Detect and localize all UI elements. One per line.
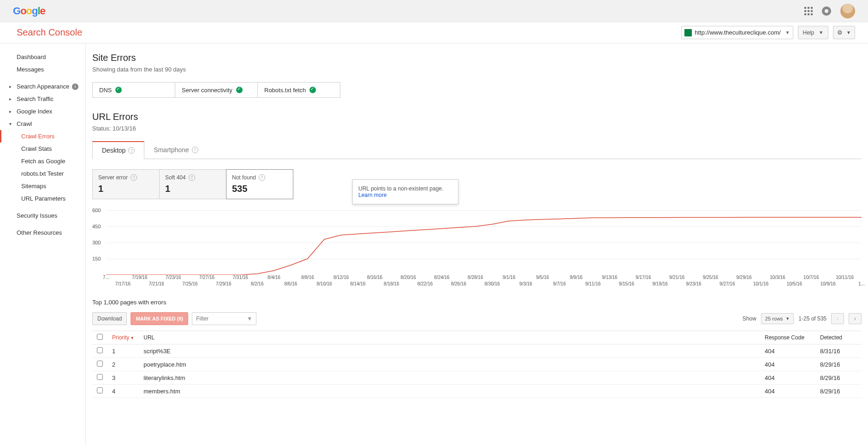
tab-desktop[interactable]: Desktop ? [92, 141, 144, 159]
row-checkbox[interactable] [97, 387, 103, 393]
x-tick: 8/22/16 [417, 281, 433, 286]
cell-url: literarylinks.htm [139, 371, 760, 385]
x-tick: 10/11/16 [836, 275, 854, 280]
sidebar-label: Search Appearance [17, 83, 69, 90]
x-tick: 7/19/16 [132, 275, 147, 280]
sidebar-item-other-resources[interactable]: Other Resources [0, 226, 85, 239]
sidebar-item-robots-tester[interactable]: robots.txt Tester [0, 167, 85, 180]
metric-server-error[interactable]: Server error? 1 [92, 169, 160, 199]
col-priority[interactable]: Priority▼ [107, 331, 139, 344]
row-checkbox[interactable] [97, 347, 103, 353]
mark-fixed-button[interactable]: MARK AS FIXED (0) [131, 312, 188, 325]
col-url[interactable]: URL [139, 331, 760, 344]
col-detected[interactable]: Detected [815, 331, 862, 344]
row-checkbox[interactable] [97, 361, 103, 367]
x-tick: 8/14/16 [350, 281, 365, 286]
x-tick: 8/16/16 [367, 275, 382, 280]
cell-url: script%3E [139, 344, 760, 358]
table-row[interactable]: 1script%3E4048/31/16 [92, 344, 862, 358]
x-tick: 8/30/16 [485, 281, 500, 286]
table-row[interactable]: 2poetryplace.htm4048/29/16 [92, 358, 862, 371]
url-errors-title: URL Errors [92, 112, 868, 122]
avatar[interactable] [840, 4, 855, 18]
cell-priority: 3 [107, 371, 139, 385]
show-label: Show [743, 315, 756, 322]
table-row[interactable]: 3literarylinks.htm4048/29/16 [92, 371, 862, 385]
help-button[interactable]: Help ▼ [798, 26, 829, 39]
prev-page-button[interactable]: ‹ [831, 313, 844, 324]
filter-box[interactable]: ▼ [192, 312, 256, 325]
help-icon[interactable]: ? [189, 174, 195, 181]
cell-url: members.htm [139, 385, 760, 398]
row-checkbox[interactable] [97, 374, 103, 380]
metric-label: Server error [98, 174, 128, 181]
x-tick: 9/7/16 [553, 281, 566, 286]
help-icon[interactable]: ? [259, 174, 265, 181]
status-label: Server connectivity [182, 87, 232, 94]
check-icon [236, 87, 243, 93]
cell-detected: 8/29/16 [815, 371, 862, 385]
x-tick: 9/17/16 [636, 275, 651, 280]
status-robots[interactable]: Robots.txt fetch [257, 82, 340, 98]
rows-label: 25 rows [765, 316, 783, 321]
sidebar-item-crawl-errors[interactable]: Crawl Errors [0, 130, 85, 142]
settings-button[interactable]: ⚙ ▼ [833, 26, 855, 39]
table-row[interactable]: 4members.htm4048/29/16 [92, 385, 862, 398]
sidebar-item-messages[interactable]: Messages [0, 63, 85, 76]
metric-value: 535 [232, 184, 287, 194]
help-icon[interactable]: ? [131, 174, 137, 181]
sidebar-item-security-issues[interactable]: Security Issues [0, 209, 85, 222]
next-page-button[interactable]: › [849, 313, 862, 324]
sidebar-item-fetch-as-google[interactable]: Fetch as Google [0, 155, 85, 167]
sidebar-item-crawl[interactable]: ▾ Crawl [0, 118, 85, 130]
learn-more-link[interactable]: Learn more [358, 192, 386, 198]
chevron-right-icon: ▸ [9, 84, 15, 89]
sidebar-item-crawl-stats[interactable]: Crawl Stats [0, 142, 85, 155]
sidebar-item-search-traffic[interactable]: ▸ Search Traffic [0, 93, 85, 105]
cell-response: 404 [760, 344, 815, 358]
chevron-down-icon: ▾ [9, 121, 15, 126]
y-tick: 300 [92, 240, 101, 245]
metric-value: 1 [98, 184, 154, 194]
apps-icon[interactable] [804, 7, 813, 15]
status-dns[interactable]: DNS [92, 82, 175, 98]
sidebar-item-search-appearance[interactable]: ▸ Search Appearance i [0, 80, 85, 93]
help-icon[interactable]: ? [128, 147, 135, 154]
info-icon[interactable]: i [72, 83, 78, 90]
sidebar-item-url-parameters[interactable]: URL Parameters [0, 192, 85, 205]
y-tick: 450 [92, 224, 101, 229]
help-label: Help [803, 30, 814, 36]
filter-input[interactable] [196, 315, 247, 322]
x-tick: 9/13/16 [602, 275, 617, 280]
x-tick: 8/4/16 [268, 275, 280, 280]
sidebar-item-sitemaps[interactable]: Sitemaps [0, 180, 85, 192]
help-icon[interactable]: ? [192, 147, 198, 153]
sidebar-item-google-index[interactable]: ▸ Google Index [0, 105, 85, 118]
metric-tooltip: URL points to a non-existent page. Learn… [352, 179, 458, 204]
sidebar: Dashboard Messages ▸ Search Appearance i… [0, 43, 86, 445]
device-tabs: Desktop ? Smartphone ? [92, 141, 862, 159]
chart: 150300450600 7...7/19/167/23/167/27/167/… [92, 210, 862, 290]
sidebar-item-dashboard[interactable]: Dashboard [0, 51, 85, 63]
chevron-right-icon: ▸ [9, 96, 15, 101]
x-tick: 9/15/16 [619, 281, 634, 286]
col-response[interactable]: Response Code [760, 331, 815, 344]
chevron-right-icon: ▸ [9, 109, 15, 114]
tab-smartphone[interactable]: Smartphone ? [144, 141, 207, 159]
x-tick: 9/9/16 [570, 275, 583, 280]
metric-soft-404[interactable]: Soft 404? 1 [159, 169, 226, 199]
notifications-icon[interactable] [822, 6, 831, 16]
table-controls: Download MARK AS FIXED (0) ▼ Show 25 row… [92, 312, 862, 325]
select-all-checkbox[interactable] [97, 334, 103, 340]
topbar: Google [0, 0, 868, 22]
cell-priority: 4 [107, 385, 139, 398]
x-tick: 9/27/16 [719, 281, 735, 286]
metric-not-found[interactable]: Not found? 535 [226, 169, 293, 199]
chevron-down-icon: ▼ [785, 316, 790, 321]
download-button[interactable]: Download [92, 312, 127, 325]
status-server[interactable]: Server connectivity [175, 82, 258, 98]
site-selector[interactable]: http://www.thecultureclique.com/ ▼ [681, 26, 793, 39]
google-logo[interactable]: Google [13, 5, 45, 17]
x-tick: 7/27/16 [199, 275, 214, 280]
rows-select[interactable]: 25 rows ▼ [761, 313, 794, 324]
